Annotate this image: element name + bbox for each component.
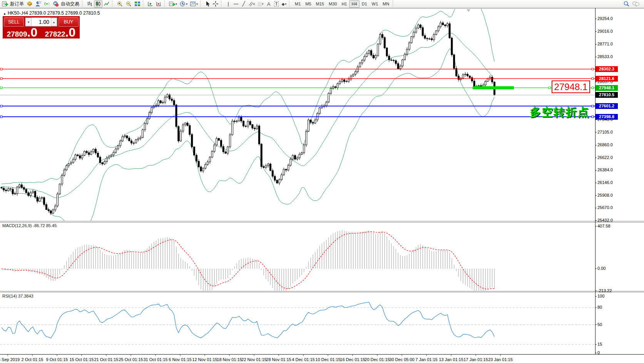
chart-shift-button[interactable] — [155, 0, 163, 8]
channel-button[interactable]: E — [248, 0, 256, 8]
line-handle[interactable] — [592, 68, 594, 70]
candle-body — [173, 100, 175, 105]
candle-body — [415, 28, 417, 32]
horizontal-line-button[interactable]: — — [232, 0, 240, 8]
volume-increase-button[interactable]: ▲ — [51, 18, 57, 26]
timeframe-button-H4[interactable]: H4 — [349, 0, 359, 8]
vertical-line-icon: | — [227, 1, 229, 7]
candle-body — [292, 156, 294, 159]
price-level-badge: 28121.6 — [595, 76, 618, 82]
candle-body — [288, 165, 289, 170]
candle-body — [189, 125, 191, 134]
line-handle[interactable] — [592, 78, 594, 80]
candle-body — [207, 162, 208, 165]
timeframe-button-M5[interactable]: M5 — [303, 0, 313, 8]
text-label-button[interactable]: T — [273, 0, 280, 8]
text-button[interactable]: A — [265, 0, 273, 8]
macd-tick-label: 407.58 — [597, 224, 611, 228]
candle-body — [467, 74, 468, 76]
price-callout-label[interactable]: 27948.1 — [552, 80, 590, 93]
candle-body — [406, 49, 408, 54]
candle-body — [17, 187, 18, 194]
candle-body — [200, 167, 202, 171]
zoom-in-button[interactable] — [115, 0, 124, 8]
arrows-button[interactable]: ◆ ▾ — [280, 0, 288, 8]
candle-body — [110, 155, 112, 156]
candle-body — [43, 197, 45, 204]
horizontal-line-icon: — — [234, 1, 238, 7]
bar-chart-button[interactable] — [85, 0, 94, 8]
timeframe-button-M30[interactable]: M30 — [326, 0, 339, 8]
tile-windows-button[interactable] — [133, 0, 142, 8]
sell-button[interactable]: SELL — [4, 17, 24, 27]
time-axis-label: 13 Jan 01:15 — [439, 357, 463, 362]
candle-body — [400, 66, 401, 69]
timeframe-button-M15[interactable]: M15 — [314, 0, 326, 8]
candle-body — [236, 121, 238, 122]
volume-input[interactable] — [32, 18, 51, 26]
zoom-out-button[interactable] — [124, 0, 133, 8]
candle-body — [451, 38, 453, 55]
periods-button[interactable]: ▾ — [178, 0, 189, 8]
line-handle[interactable] — [592, 116, 594, 118]
line-handle[interactable] — [0, 87, 2, 89]
autotrading-label[interactable]: 自动交易 — [61, 1, 79, 7]
community-button[interactable] — [34, 0, 43, 8]
rsi-tick-label: 15 — [597, 342, 602, 346]
line-handle[interactable] — [0, 105, 2, 107]
market-button[interactable] — [25, 0, 34, 8]
search-button[interactable] — [622, 0, 631, 8]
chart-canvas[interactable] — [0, 0, 644, 363]
candle-body — [418, 25, 419, 28]
chat-button[interactable] — [631, 0, 641, 8]
toolbar-separator — [112, 1, 114, 7]
line-handle[interactable] — [549, 87, 550, 89]
line-handle[interactable] — [592, 87, 594, 89]
autotrading-button[interactable] — [51, 0, 60, 8]
signals-button[interactable] — [43, 0, 51, 8]
fibonacci-icon — [258, 1, 262, 7]
trendline-button[interactable]: ╱ — [240, 0, 248, 8]
time-axis-label: 15 Oct 01:15 — [70, 357, 94, 362]
candle-body — [151, 107, 152, 112]
candle-body — [241, 117, 242, 121]
sell-price[interactable]: 27809.0 — [4, 27, 40, 38]
crosshair-button[interactable] — [211, 0, 220, 8]
indicators-button[interactable]: ▾ — [168, 0, 178, 8]
line-chart-button[interactable] — [102, 0, 111, 8]
symbol-header: ▲HK50-,H4 27839.0 27879.5 27699.0 27810.… — [3, 10, 100, 16]
candle-body — [455, 69, 457, 76]
templates-button[interactable]: ▾ — [189, 0, 199, 8]
rsi-indicator-label: RSI(14) 37.3843 — [2, 294, 33, 298]
timeframe-button-M1[interactable]: M1 — [293, 0, 303, 8]
auto-scroll-button[interactable] — [146, 0, 155, 8]
candle-body — [117, 146, 119, 149]
candlestick-chart-button[interactable] — [94, 0, 102, 8]
candle-body — [72, 159, 74, 162]
chevron-down-icon: ▾ — [196, 2, 198, 6]
cursor-button[interactable] — [204, 0, 211, 8]
candle-body — [146, 119, 148, 123]
collapse-triangle-icon[interactable]: ▲ — [3, 12, 6, 15]
timeframe-button-MN[interactable]: MN — [380, 0, 391, 8]
turning-point-annotation[interactable]: 多空转折点 — [530, 105, 589, 120]
timeframe-button-W1[interactable]: W1 — [370, 0, 381, 8]
candle-body — [45, 204, 47, 209]
line-handle[interactable] — [592, 105, 594, 107]
channel-letter: E — [253, 3, 255, 5]
line-handle[interactable] — [0, 78, 2, 80]
candle-body — [256, 126, 258, 129]
vertical-line-button[interactable]: | — [224, 0, 232, 8]
buy-price[interactable]: 27822.0 — [42, 27, 79, 38]
line-handle[interactable] — [0, 68, 2, 70]
line-handle[interactable] — [0, 116, 2, 118]
new-order-label[interactable]: 新订单 — [10, 1, 24, 7]
volume-decrease-button[interactable]: ▼ — [25, 18, 32, 26]
new-order-button[interactable] — [1, 0, 9, 8]
candle-body — [142, 130, 144, 137]
highlight-zone-bar[interactable] — [473, 86, 514, 89]
timeframe-button-D1[interactable]: D1 — [360, 0, 370, 8]
fibonacci-button[interactable]: F — [256, 0, 265, 8]
timeframe-button-H1[interactable]: H1 — [339, 0, 349, 8]
candle-body — [93, 149, 94, 152]
